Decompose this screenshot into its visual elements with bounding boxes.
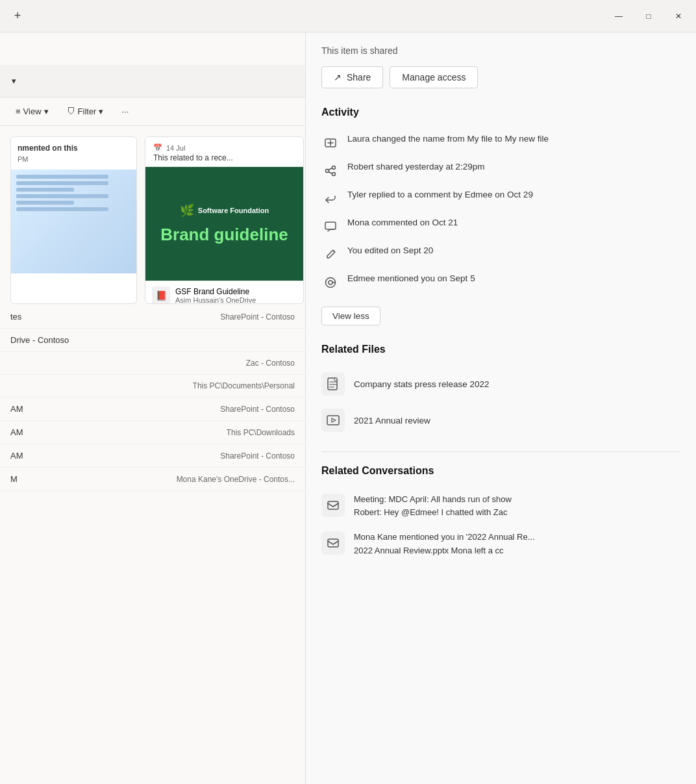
conv-subject-1: Meeting: MDC April: All hands run of sho… — [354, 494, 512, 505]
preview-line-2 — [16, 181, 108, 185]
new-tab-button[interactable]: + — [8, 6, 27, 26]
preview-line-4 — [16, 194, 108, 198]
action-buttons: ↗ Share Manage access — [321, 66, 680, 88]
conversation-item[interactable]: Meeting: MDC April: All hands run of sho… — [321, 487, 680, 525]
file-row[interactable]: AM This PC\Downloads — [0, 421, 305, 444]
maximize-button[interactable]: □ — [634, 5, 664, 27]
activity-item: Laura changed the name from My file to M… — [321, 129, 680, 157]
svg-rect-9 — [327, 416, 339, 425]
activity-item: Robert shared yesterday at 2:29pm — [321, 157, 680, 184]
card1-preview — [11, 170, 136, 273]
pdf-file-icon — [321, 372, 345, 396]
comment-icon — [321, 218, 340, 236]
right-panel-inner: This item is shared ↗ Share Manage acces… — [306, 32, 696, 576]
file-location: SharePoint - Contoso — [204, 451, 295, 461]
activity-text-6: Edmee mentioned you on Sept 5 — [347, 273, 475, 285]
file-row[interactable]: AM SharePoint - Contoso — [0, 444, 305, 468]
file-row[interactable]: AM SharePoint - Contoso — [0, 398, 305, 421]
conv-subject-2: Mona Kane mentioned you in '2022 Annual … — [354, 531, 535, 543]
view-less-button[interactable]: View less — [321, 307, 380, 325]
window-controls: — □ ✕ — [604, 5, 693, 27]
file-name: M — [10, 474, 177, 484]
conv-text-2: Mona Kane mentioned you in '2022 Annual … — [354, 531, 535, 556]
filter-button[interactable]: ⛉ Filter ▾ — [62, 104, 109, 119]
manage-access-button[interactable]: Manage access — [390, 66, 478, 88]
left-toolbar: ≡ View ▾ ⛉ Filter ▾ ··· — [0, 97, 305, 126]
filter-icon: ⛉ — [67, 107, 75, 116]
mention-icon — [321, 273, 340, 292]
activity-item: Mona commented on Oct 21 — [321, 212, 680, 240]
nav-dropdown-icon: ▾ — [12, 76, 16, 86]
file-location: Zac - Contoso — [204, 359, 295, 368]
file-name: tes — [10, 312, 204, 322]
svg-rect-11 — [328, 539, 338, 547]
more-button[interactable]: ··· — [116, 104, 134, 119]
related-file-item[interactable]: Company stats press release 2022 — [321, 366, 680, 402]
share-icon: ↗ — [334, 72, 342, 82]
brand-card-image: 🌿 Software Foundation Brand guideline — [145, 167, 303, 281]
activity-text-2: Robert shared yesterday at 2:29pm — [347, 161, 485, 173]
manage-access-label: Manage access — [402, 72, 466, 82]
activity-item: Edmee mentioned you on Sept 5 — [321, 268, 680, 296]
nav-dropdown-button[interactable]: ▾ — [5, 73, 23, 89]
card2-title: This related to a rece... — [153, 153, 295, 162]
title-bar-left: + — [8, 6, 27, 26]
conv-preview-2: 2022 Annual Review.pptx Mona left a cc — [354, 546, 504, 555]
file-location: SharePoint - Contoso — [204, 405, 295, 414]
card-recent-1[interactable]: nmented on this PM — [10, 136, 137, 304]
more-label: ··· — [121, 107, 129, 116]
card2-header: 📅 14 Jul This related to a rece... — [145, 137, 303, 167]
file-row[interactable]: M Mona Kane's OneDrive - Contos... — [0, 468, 305, 491]
brand-logo-text: Software Foundation — [198, 207, 269, 214]
activity-item: Tyler replied to a comment by Edmee on O… — [321, 184, 680, 212]
preview-line-6 — [16, 207, 108, 211]
file-name: AM — [10, 427, 204, 437]
file-location: This PC\Downloads — [204, 428, 295, 437]
shared-banner: This item is shared — [321, 45, 680, 56]
activity-item: You edited on Sept 20 — [321, 240, 680, 268]
related-file-name-2: 2021 Annual review — [354, 416, 430, 425]
edit-icon — [321, 246, 340, 264]
brand-title: Brand guideline — [160, 225, 288, 244]
nav-bar: ▾ — [0, 65, 305, 97]
file-row[interactable]: This PC\Documents\Personal — [0, 375, 305, 398]
activity-title: Activity — [321, 107, 680, 118]
card1-time: PM — [18, 155, 130, 163]
file-row[interactable]: Drive - Contoso — [0, 329, 305, 352]
related-conversations-title: Related Conversations — [321, 465, 680, 477]
view-chevron-icon: ▾ — [44, 107, 49, 116]
name-change-icon — [321, 134, 340, 152]
file-location: SharePoint - Contoso — [204, 312, 295, 322]
share-activity-icon — [321, 162, 340, 180]
gsf-footer: 📕 GSF Brand Guideline Asim Hussain's One… — [145, 281, 303, 304]
file-row[interactable]: Zac - Contoso — [0, 352, 305, 375]
brand-logo: 🌿 Software Foundation — [180, 203, 269, 218]
conversations-list: Meeting: MDC April: All hands run of sho… — [321, 487, 680, 563]
left-panel: ▾ ≡ View ▾ ⛉ Filter ▾ ··· nmented on thi… — [0, 32, 305, 784]
activity-list: Laura changed the name from My file to M… — [321, 129, 680, 296]
video-file-icon — [321, 409, 345, 432]
view-button[interactable]: ≡ View ▾ — [10, 104, 54, 119]
minimize-button[interactable]: — — [604, 5, 634, 27]
gsf-file-owner: Asim Hussain's OneDrive — [175, 296, 256, 304]
gsf-file-icon: 📕 — [152, 286, 170, 304]
conversation-item[interactable]: Mona Kane mentioned you in '2022 Annual … — [321, 525, 680, 563]
related-file-item[interactable]: 2021 Annual review — [321, 402, 680, 438]
share-label: Share — [347, 72, 371, 82]
close-button[interactable]: ✕ — [664, 5, 693, 27]
card-recent-2[interactable]: 📅 14 Jul This related to a rece... 🌿 Sof… — [145, 136, 304, 304]
gsf-file-name: GSF Brand Guideline — [175, 287, 256, 296]
card2-date-row: 📅 14 Jul — [153, 144, 295, 152]
reply-icon — [321, 190, 340, 208]
calendar-icon: 📅 — [153, 144, 162, 152]
svg-point-1 — [332, 166, 336, 170]
share-button[interactable]: ↗ Share — [321, 66, 383, 88]
card2-date: 14 Jul — [166, 144, 185, 152]
activity-text-3: Tyler replied to a comment by Edmee on O… — [347, 189, 533, 201]
filter-chevron-icon: ▾ — [99, 107, 103, 116]
conv-text-1: Meeting: MDC April: All hands run of sho… — [354, 494, 512, 518]
separator — [321, 451, 680, 452]
activity-text-4: Mona commented on Oct 21 — [347, 217, 458, 229]
file-row[interactable]: tes SharePoint - Contoso — [0, 305, 305, 329]
view-icon: ≡ — [16, 107, 21, 116]
